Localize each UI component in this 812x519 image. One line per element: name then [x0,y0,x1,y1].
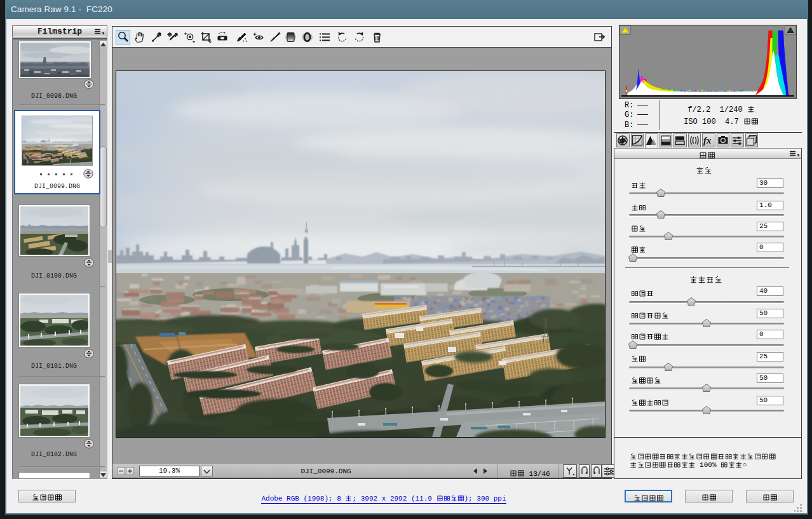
svg-text:fx: fx [703,135,712,145]
